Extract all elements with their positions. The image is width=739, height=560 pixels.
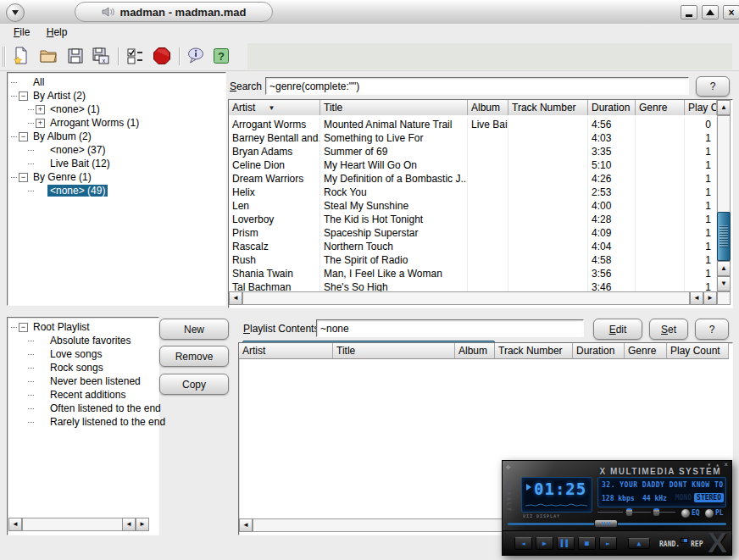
- tree-expander-icon[interactable]: [36, 146, 45, 155]
- whats-this-button[interactable]: ?: [210, 45, 232, 67]
- column-header[interactable]: Duration: [573, 343, 625, 358]
- library-tree-item[interactable]: All: [11, 75, 225, 89]
- tree-expander-icon[interactable]: [19, 78, 28, 87]
- random-toggle[interactable]: RAND.: [659, 541, 680, 548]
- tree-expander-icon[interactable]: [36, 336, 45, 346]
- horizontal-scrollbar-track[interactable]: [242, 291, 690, 305]
- scroll-left-button[interactable]: ◄: [229, 291, 242, 305]
- song-row[interactable]: Rascalz Northern Touch 4:04 1: [229, 240, 717, 253]
- song-row[interactable]: Bryan Adams Summer of 69 3:35 1: [229, 145, 717, 158]
- song-row[interactable]: Tal Bachman She's So High 3:46 1: [229, 280, 717, 292]
- balance-slider[interactable]: [597, 512, 623, 513]
- playlist-tree-item[interactable]: Often listened to the end: [28, 402, 158, 415]
- tree-expander-icon[interactable]: −: [19, 132, 28, 141]
- tree-expander-icon[interactable]: [36, 418, 45, 427]
- search-help-button[interactable]: ?: [696, 76, 730, 97]
- column-header[interactable]: Title: [320, 100, 468, 115]
- tree-expander-icon[interactable]: [36, 404, 45, 413]
- vertical-scrollbar-thumb[interactable]: [717, 212, 731, 261]
- new-library-button[interactable]: [10, 45, 32, 67]
- column-header[interactable]: Title: [333, 343, 455, 358]
- track-title-marquee[interactable]: 32. YOUR DADDY DONT KNOW TORON: [602, 481, 723, 489]
- scroll-right-button[interactable]: ►: [136, 518, 149, 531]
- time-display[interactable]: 01:25: [521, 477, 592, 513]
- xmms-close-icon[interactable]: ×: [724, 462, 728, 469]
- playlist-tree-item[interactable]: Rock songs: [28, 361, 158, 374]
- scroll-left-button[interactable]: ◄: [8, 518, 22, 531]
- song-row[interactable]: Len Steal My Sunshine 4:00 1: [229, 199, 717, 213]
- column-header[interactable]: Track Number: [508, 100, 588, 115]
- close-button[interactable]: ×: [723, 5, 739, 19]
- tree-expander-icon[interactable]: −: [19, 173, 28, 182]
- library-tree-item[interactable]: <none> (49): [28, 184, 225, 197]
- song-row[interactable]: Arrogant Worms Mounted Animal Nature Tra…: [229, 118, 717, 131]
- playlist-contents-input[interactable]: [316, 319, 584, 337]
- xmms-titlebar[interactable]: X MULTIMEDIA SYSTEM: [600, 467, 722, 476]
- scroll-up-button[interactable]: ▲: [717, 100, 731, 115]
- playlist-button[interactable]: [704, 508, 714, 518]
- scroll-up-button[interactable]: ▲: [717, 261, 731, 276]
- column-header[interactable]: Artist: [239, 343, 333, 358]
- menu-item[interactable]: File: [7, 24, 36, 41]
- tree-expander-icon[interactable]: [36, 377, 45, 386]
- song-row[interactable]: Shania Twain Man, I Feel Like a Woman 3:…: [229, 267, 717, 280]
- tree-expander-icon[interactable]: [36, 350, 45, 359]
- open-library-button[interactable]: [37, 45, 59, 67]
- toolbar-drag-handle[interactable]: [3, 47, 6, 67]
- playlist-tree-item[interactable]: Recent additions: [28, 388, 158, 402]
- vertical-splitter[interactable]: [225, 72, 229, 304]
- library-tree-item[interactable]: Live Bait (12): [28, 157, 225, 170]
- stop-button[interactable]: [151, 45, 173, 67]
- tree-expander-icon[interactable]: [36, 363, 45, 373]
- library-tree-item[interactable]: <none> (37): [28, 143, 225, 157]
- save-library-as-button[interactable]: x: [90, 45, 112, 67]
- eject-button[interactable]: ▲: [628, 538, 650, 549]
- playlist-tree-item[interactable]: − Root Playlist: [11, 320, 158, 334]
- tree-expander-icon[interactable]: [36, 186, 45, 196]
- equalizer-button[interactable]: [681, 508, 691, 518]
- column-header[interactable]: Play Count: [667, 343, 729, 358]
- playlist-tree-item[interactable]: Love songs: [28, 347, 158, 361]
- song-row[interactable]: Loverboy The Kid is Hot Tonight 4:28 1: [229, 213, 717, 226]
- playlist-tree-item[interactable]: Absolute favorites: [28, 334, 158, 347]
- tree-expander-icon[interactable]: −: [19, 91, 28, 101]
- window-menu-button[interactable]: [6, 3, 25, 22]
- scroll-left-button[interactable]: ◄: [239, 518, 253, 532]
- save-library-button[interactable]: [64, 45, 86, 67]
- tree-expander-icon[interactable]: +: [36, 105, 45, 114]
- horizontal-splitter[interactable]: [0, 307, 739, 317]
- copy-playlist-button[interactable]: Copy: [159, 374, 229, 395]
- edit-playlist-button[interactable]: Edit: [593, 319, 642, 340]
- library-tree-item[interactable]: + <none> (1): [28, 103, 225, 116]
- maximize-button[interactable]: [702, 5, 719, 19]
- scroll-left-button[interactable]: ◄: [690, 291, 703, 305]
- column-header[interactable]: Track Number: [495, 343, 573, 358]
- tip-of-the-day-button[interactable]: [185, 45, 207, 67]
- minimize-button[interactable]: [681, 5, 697, 19]
- library-tree-item[interactable]: + Arrogant Worms (1): [28, 116, 225, 130]
- play-button[interactable]: ▶: [536, 537, 553, 550]
- volume-slider[interactable]: [625, 512, 651, 513]
- scroll-down-button[interactable]: ▼: [717, 276, 731, 291]
- song-row[interactable]: Dream Warriors My Definition of a Bombas…: [229, 172, 717, 186]
- scroll-right-button[interactable]: ►: [703, 291, 717, 305]
- menu-item[interactable]: Help: [40, 24, 75, 41]
- titlebar[interactable]: madman - madman.mad ×: [0, 0, 739, 25]
- new-playlist-button[interactable]: New: [159, 319, 229, 340]
- playlist-help-button[interactable]: ?: [695, 319, 729, 340]
- column-header[interactable]: Album: [468, 100, 508, 115]
- column-header[interactable]: Artist▼: [229, 100, 320, 115]
- previous-button[interactable]: ◄: [514, 537, 532, 550]
- search-input[interactable]: [265, 77, 689, 95]
- xmms-player-window[interactable]: ✜ ▾ ▴ × X MULTIMEDIA SYSTEM COBALT 01:25…: [502, 460, 732, 556]
- library-tree-item[interactable]: − By Album (2): [11, 130, 225, 143]
- column-header[interactable]: Genre: [625, 343, 667, 358]
- song-row[interactable]: Rush The Spirit of Radio 4:58 1: [229, 253, 717, 267]
- set-playlist-button[interactable]: Set: [649, 319, 688, 340]
- tree-expander-icon[interactable]: +: [36, 119, 45, 128]
- tree-expander-icon[interactable]: [36, 159, 45, 169]
- repeat-toggle[interactable]: REP: [691, 541, 703, 548]
- xmms-menu-icon[interactable]: ✜: [506, 463, 510, 471]
- toggle-columns-button[interactable]: [124, 45, 146, 67]
- column-header[interactable]: Album: [455, 343, 495, 358]
